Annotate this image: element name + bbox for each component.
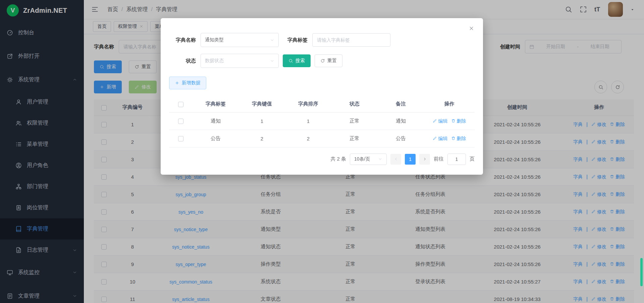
cell-remark: 公告 — [378, 130, 424, 147]
status-placeholder: 数据状态 — [205, 58, 270, 64]
refresh-icon — [320, 58, 325, 63]
cell-dict-label: 公告 — [193, 130, 239, 147]
edit-icon — [433, 119, 437, 123]
add-dict-data-button[interactable]: 新增数据 — [169, 77, 206, 89]
prev-page-button[interactable] — [390, 154, 401, 165]
cell-dict-label: 通知 — [193, 112, 239, 130]
chevron-down-icon — [270, 38, 274, 42]
cell-ops: 编辑 删除 — [424, 130, 475, 147]
modal-status-label: 状态 — [169, 58, 196, 64]
header-dict-label: 字典标签 — [193, 96, 239, 112]
modal-search-button[interactable]: 搜索 — [283, 54, 311, 67]
page-size-value: 10条/页 — [354, 156, 378, 162]
header-ops: 操作 — [424, 96, 475, 112]
goto-label: 前往 — [434, 156, 444, 162]
pagination: 共 2 条 10条/页 1 前往 页 — [169, 154, 475, 165]
cell-status: 正常 — [331, 130, 378, 147]
row-delete-link[interactable]: 删除 — [451, 136, 466, 141]
row-checkbox[interactable] — [178, 136, 183, 141]
chevron-right-icon — [423, 157, 427, 161]
scrollbar-thumb[interactable] — [640, 258, 643, 286]
header-dict-sort: 字典排序 — [285, 96, 331, 112]
modal-table-row: 通知 1 1 正常 通知 编辑 删除 — [169, 112, 475, 130]
row-delete-link[interactable]: 删除 — [451, 118, 466, 124]
next-page-button[interactable] — [419, 154, 430, 165]
page-size-select[interactable]: 10条/页 — [350, 154, 387, 165]
modal-close-button[interactable] — [469, 26, 474, 33]
modal-filter-buttons: 搜索 重置 — [283, 54, 342, 67]
row-edit-link[interactable]: 编辑 — [433, 118, 448, 124]
modal-filter-row-2: 状态 数据状态 搜索 重置 — [169, 54, 475, 68]
dict-data-table: 字典标签 字典键值 字典排序 状态 备注 操作 通知 1 1 正常 通知 编辑 — [169, 96, 475, 147]
plus-icon — [175, 81, 179, 85]
trash-icon — [451, 119, 455, 123]
header-status: 状态 — [331, 96, 378, 112]
cell-dict-sort: 1 — [285, 112, 331, 130]
row-checkbox[interactable] — [178, 119, 183, 124]
cell-dict-key: 2 — [239, 130, 285, 147]
row-edit-link[interactable]: 编辑 — [433, 136, 448, 141]
edit-icon — [433, 136, 437, 140]
cell-status: 正常 — [331, 112, 378, 130]
dict-label-input[interactable] — [312, 33, 390, 47]
modal-reset-button[interactable]: 重置 — [315, 54, 342, 67]
cell-remark: 通知 — [378, 112, 424, 130]
chevron-left-icon — [394, 157, 398, 161]
dict-data-dialog: 字典名称 通知类型 字典标签 状态 数据状态 搜索 重置 新增数据 — [161, 18, 483, 175]
close-icon — [469, 26, 474, 31]
search-icon — [288, 58, 293, 63]
modal-dict-name-label: 字典名称 — [169, 37, 196, 43]
modal-dict-label-label: 字典标签 — [287, 37, 308, 43]
page-unit-label: 页 — [470, 156, 475, 162]
header-remark: 备注 — [378, 96, 424, 112]
pagination-total: 共 2 条 — [330, 156, 346, 162]
status-select[interactable]: 数据状态 — [201, 54, 279, 68]
modal-select-all-checkbox[interactable] — [178, 102, 183, 107]
header-dict-key: 字典键值 — [239, 96, 285, 112]
modal-table-row: 公告 2 2 正常 公告 编辑 删除 — [169, 130, 475, 147]
cell-ops: 编辑 删除 — [424, 112, 475, 130]
cell-dict-sort: 2 — [285, 130, 331, 147]
dict-name-selected-value: 通知类型 — [205, 37, 270, 43]
modal-table-header-row: 字典标签 字典键值 字典排序 状态 备注 操作 — [169, 96, 475, 112]
chevron-down-icon — [378, 157, 382, 161]
chevron-down-icon — [270, 59, 274, 63]
page-number-button[interactable]: 1 — [405, 154, 416, 165]
dict-name-select[interactable]: 通知类型 — [201, 33, 279, 47]
modal-filter-row-1: 字典名称 通知类型 字典标签 — [169, 33, 475, 47]
trash-icon — [451, 136, 455, 140]
cell-dict-key: 1 — [239, 112, 285, 130]
goto-page-input[interactable] — [447, 154, 466, 165]
